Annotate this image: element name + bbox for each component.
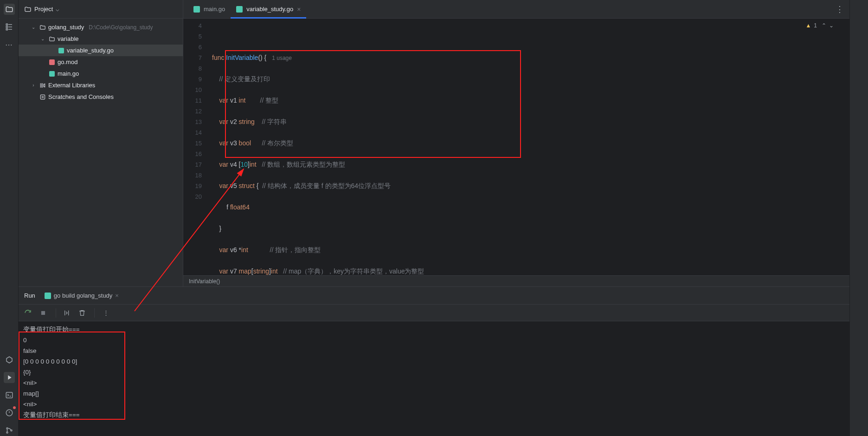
more-icon[interactable]: ⋮: [101, 309, 110, 316]
folder-icon: [24, 6, 32, 13]
tree-folder-variable[interactable]: ⌄ variable: [19, 33, 183, 45]
svg-point-10: [6, 432, 8, 433]
editor-tabs: main.go variable_study.go × ⋮: [183, 0, 849, 19]
tree-label: variable_study.go: [67, 47, 114, 54]
tree-external-libraries[interactable]: › External Libraries: [19, 79, 183, 91]
tree-label: golang_study: [48, 24, 84, 31]
svg-rect-1: [6, 26, 7, 28]
folder-icon: [48, 35, 56, 43]
run-panel: Run go build golang_study × ⋮ 变量值打印开始===…: [19, 286, 849, 436]
run-config-tab[interactable]: go build golang_study ×: [45, 292, 119, 299]
project-tree: ⌄ golang_study D:\Code\Go\golang_study ⌄…: [19, 19, 183, 105]
chevron-down-icon: ⌵: [56, 6, 59, 13]
left-tool-rail: ⋯: [0, 0, 19, 436]
folder-icon: [39, 24, 46, 31]
go-file-icon: [236, 6, 243, 13]
go-run-icon: [45, 293, 51, 299]
run-toolbar: ⋮: [19, 305, 849, 321]
breadcrumb[interactable]: InitVariable(): [183, 275, 849, 286]
tab-label: variable_study.go: [246, 6, 293, 13]
tab-main-go[interactable]: main.go: [188, 0, 231, 19]
tree-scratches[interactable]: Scratches and Consoles: [19, 91, 183, 103]
tree-label: main.go: [58, 70, 79, 77]
structure-tool-icon[interactable]: [4, 21, 15, 33]
go-file-icon: [58, 47, 65, 54]
svg-rect-0: [6, 24, 7, 25]
tree-label: External Libraries: [48, 82, 95, 89]
chevron-down-icon: ⌄: [30, 25, 37, 30]
svg-rect-12: [40, 95, 45, 99]
project-tool-icon[interactable]: [4, 4, 15, 15]
line-gutter: 4567891011121314151617181920: [183, 19, 210, 275]
editor-area: main.go variable_study.go × ⋮ ▲ 1 ⌃ ⌄: [183, 0, 849, 286]
project-title: Project: [34, 6, 53, 13]
clear-icon[interactable]: [78, 309, 88, 317]
vcs-tool-icon[interactable]: [4, 425, 15, 436]
tree-root[interactable]: ⌄ golang_study D:\Code\Go\golang_study: [19, 21, 183, 33]
chevron-down-icon: ⌄: [39, 36, 46, 41]
project-header[interactable]: Project ⌵: [19, 0, 183, 19]
svg-point-9: [6, 428, 8, 429]
run-tabs: Run go build golang_study ×: [19, 287, 849, 305]
go-file-icon: [193, 6, 200, 13]
right-tool-rail: [849, 0, 868, 436]
tree-path: D:\Code\Go\golang_study: [89, 24, 153, 31]
go-file-icon: [48, 70, 56, 78]
run-tool-icon[interactable]: [4, 372, 15, 383]
go-mod-icon: [48, 59, 56, 66]
library-icon: [39, 82, 46, 89]
scratches-icon: [39, 93, 46, 101]
scroll-to-end-icon[interactable]: [63, 309, 72, 317]
tree-file-gomod[interactable]: go.mod: [19, 56, 183, 68]
tree-label: Scratches and Consoles: [48, 93, 114, 100]
tab-variable-study-go[interactable]: variable_study.go ×: [231, 0, 306, 19]
code-content[interactable]: func InitVariable() {1 usage // 定义变量及打印 …: [210, 19, 849, 275]
svg-rect-2: [6, 29, 7, 30]
tree-label: variable: [58, 35, 79, 42]
tree-label: go.mod: [58, 59, 77, 65]
run-tab-label[interactable]: Run: [24, 292, 35, 299]
project-panel: Project ⌵ ⌄ golang_study D:\Code\Go\gola…: [19, 0, 183, 286]
svg-rect-7: [6, 392, 13, 398]
rerun-icon[interactable]: [24, 309, 33, 317]
svg-marker-6: [6, 357, 12, 363]
stop-icon[interactable]: [40, 310, 49, 316]
editor-body[interactable]: ▲ 1 ⌃ ⌄ 4567891011121314151617181920 fun…: [183, 19, 849, 275]
services-tool-icon[interactable]: [4, 354, 15, 365]
tree-file-main[interactable]: main.go: [19, 68, 183, 79]
more-tool-icon[interactable]: ⋯: [4, 39, 15, 50]
problems-tool-icon[interactable]: [4, 407, 15, 418]
terminal-tool-icon[interactable]: [4, 390, 15, 401]
chevron-right-icon: ›: [30, 83, 37, 88]
svg-rect-13: [41, 311, 45, 314]
close-icon[interactable]: ×: [115, 292, 119, 299]
console-output[interactable]: 变量值打印开始=== 0 false [0 0 0 0 0 0 0 0 0 0]…: [19, 321, 849, 436]
tree-file-variable-study[interactable]: variable_study.go: [19, 45, 183, 56]
tabs-more-icon[interactable]: ⋮: [836, 4, 849, 14]
tab-label: main.go: [204, 6, 225, 13]
close-icon[interactable]: ×: [297, 6, 301, 13]
